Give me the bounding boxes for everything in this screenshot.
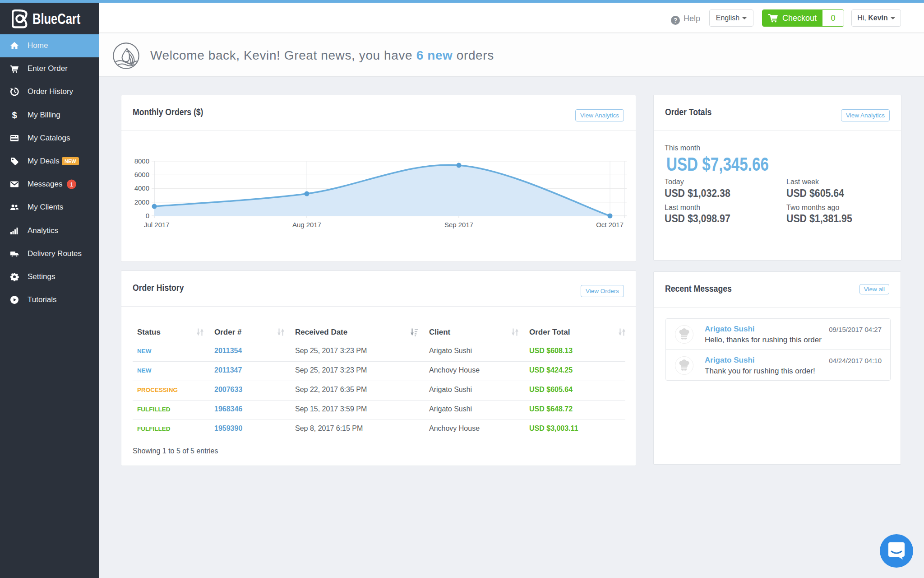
svg-text:Aug 2017: Aug 2017 <box>292 221 321 228</box>
svg-text:Jul 2017: Jul 2017 <box>144 221 170 228</box>
svg-text:8000: 8000 <box>134 157 149 165</box>
svg-text:6000: 6000 <box>134 171 149 178</box>
svg-text:Oct 2017: Oct 2017 <box>596 221 624 228</box>
svg-text:Sep 2017: Sep 2017 <box>444 221 473 228</box>
svg-text:2000: 2000 <box>134 198 149 206</box>
svg-text:4000: 4000 <box>134 184 149 192</box>
svg-text:0: 0 <box>146 212 149 219</box>
svg-text:$: $ <box>12 111 17 120</box>
